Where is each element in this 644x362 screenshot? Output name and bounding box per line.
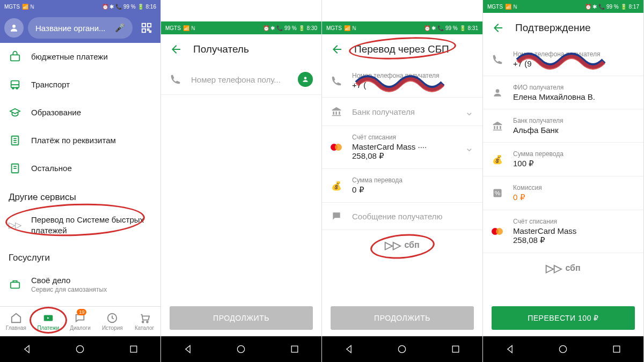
nav-payments[interactable]: Платежи [32, 307, 64, 336]
back-button[interactable] [492, 21, 504, 34]
sys-home[interactable] [236, 344, 246, 354]
sbp-mark-icon: ▷▷ [546, 262, 562, 275]
contacts-button[interactable] [298, 72, 313, 87]
sbp-logo: ▷▷ сбп [483, 253, 643, 283]
status-indicators: ⏰ ✱ 📞 99 % 🔋 [102, 4, 144, 10]
status-bar: MGTS📶 ℕ ⏰ ✱ 📞 99 % 🔋8:31 [322, 21, 482, 34]
bank-row[interactable]: Банк получателя ⌄ [322, 98, 482, 126]
menu-item-sbp-transfer[interactable]: ▷▷ Перевод по Системе быстрых платежей [0, 207, 160, 243]
app-header: Перевод через СБП [322, 34, 482, 64]
mic-icon[interactable]: 🎤 [115, 23, 125, 33]
phone-icon [331, 75, 342, 87]
svg-rect-6 [11, 55, 20, 61]
app-header: Получатель [161, 34, 321, 64]
svg-rect-24 [130, 346, 137, 352]
page-title: Получатель [193, 43, 249, 55]
sys-home[interactable] [397, 344, 407, 354]
page-title: Подтверждение [515, 22, 591, 34]
menu-scroll[interactable]: бюджетные платежи Транспорт Образование … [0, 43, 160, 306]
screen-confirmation: MGTS📶 ℕ ⏰ ✱ 📞 99 % 🔋8:17 Подтверждение Н… [483, 0, 644, 362]
system-nav [483, 336, 643, 362]
nav-catalog[interactable]: Каталог [128, 307, 160, 336]
budget-icon [9, 50, 21, 63]
status-time: 8:16 [146, 4, 156, 10]
mastercard-icon [492, 226, 503, 238]
nav-dialogs[interactable]: Диалоги19 [64, 307, 97, 336]
amount-row[interactable]: 💰 Сумма перевода 0 ₽ [322, 169, 482, 203]
phone-row[interactable]: Номер телефона получателя +7 ( [322, 64, 482, 98]
list-icon [9, 162, 21, 175]
svg-point-0 [12, 25, 16, 28]
dialogs-badge: 19 [77, 309, 86, 315]
signal-icon: 📶 ℕ [183, 25, 195, 31]
svg-point-10 [16, 87, 18, 89]
menu-item-own-business[interactable]: Своё дело Сервис для самозанятых [0, 268, 160, 301]
status-bar: MGTS📶 ℕ ⏰ ✱ 📞 99 % 🔋8:16 [0, 0, 160, 13]
qr-scan-button[interactable] [137, 18, 156, 38]
screen-sbp-transfer: MGTS📶 ℕ ⏰ ✱ 📞 99 % 🔋8:31 Перевод через С… [322, 0, 483, 362]
svg-point-23 [77, 345, 84, 352]
sys-recent[interactable] [128, 344, 139, 354]
svg-text:%: % [495, 189, 500, 196]
sys-back[interactable] [182, 344, 193, 354]
search-header: Название органи... 🎤 [0, 13, 160, 43]
name-row: ФИО получателя Елена Михайловна В. [483, 76, 643, 109]
svg-rect-27 [291, 346, 298, 352]
menu-item-other[interactable]: Остальное [0, 154, 160, 182]
menu-item-budget[interactable]: бюджетные платежи [0, 43, 160, 71]
svg-point-22 [147, 321, 148, 323]
nav-history[interactable]: История [96, 307, 128, 336]
bank-row: Банк получателя Альфа Банк [483, 109, 643, 143]
commission-row: % Комиссия 0 ₽ [483, 176, 643, 210]
sys-recent[interactable] [611, 344, 622, 354]
system-nav [322, 336, 482, 362]
continue-button[interactable]: ПРОДОЛЖИТЬ [170, 306, 313, 330]
account-row[interactable]: Счёт списания MasterCard Mass ···· 258,0… [322, 126, 482, 169]
svg-point-25 [304, 77, 307, 79]
annotation-circle [369, 232, 435, 261]
bank-icon [492, 120, 503, 132]
carrier-label: MGTS [4, 4, 20, 10]
sys-home[interactable] [558, 344, 568, 354]
app-header: Подтверждение [483, 13, 643, 43]
section-gov-title: Госуслуги [0, 243, 160, 268]
sys-back[interactable] [343, 344, 354, 354]
search-input[interactable]: Название органи... 🎤 [28, 17, 133, 39]
menu-item-requisites[interactable]: Платёж по реквизитам [0, 127, 160, 154]
svg-rect-1 [142, 24, 145, 27]
svg-point-33 [560, 345, 567, 352]
sys-recent[interactable] [450, 344, 461, 354]
bottom-nav: Главная Платежи Диалоги19 История Катало… [0, 306, 160, 336]
message-row[interactable]: Сообщение получателю [322, 203, 482, 230]
sbp-icon: ▷▷ [9, 219, 21, 232]
briefcase-icon [9, 278, 21, 291]
back-button[interactable] [331, 43, 343, 56]
sys-back[interactable] [504, 344, 515, 354]
menu-item-transport[interactable]: Транспорт [0, 71, 160, 99]
menu-item-education[interactable]: Образование [0, 99, 160, 127]
profile-avatar[interactable] [4, 18, 24, 38]
svg-rect-5 [150, 31, 151, 33]
back-button[interactable] [170, 43, 182, 56]
phone-input-row[interactable]: Номер телефона полу... [161, 64, 321, 95]
phone-icon [492, 54, 503, 65]
account-row: Счёт списания MasterCard Mass 258,08 ₽ [483, 210, 643, 253]
status-bar: MGTS📶 ℕ ⏰ ✱ 📞 99 % 🔋8:17 [483, 0, 643, 13]
sys-back[interactable] [21, 344, 32, 354]
education-icon [9, 106, 21, 119]
money-bag-icon: 💰 [492, 153, 503, 165]
nav-home[interactable]: Главная [0, 307, 32, 336]
svg-point-21 [142, 321, 144, 323]
continue-button[interactable]: ПРОДОЛЖИТЬ [331, 306, 474, 330]
section-services-title: Другие сервисы [0, 182, 160, 207]
svg-rect-2 [148, 24, 151, 27]
svg-point-9 [12, 87, 14, 89]
sys-recent[interactable] [289, 344, 300, 354]
transfer-button[interactable]: ПЕРЕВЕСТИ 100 ₽ [492, 306, 635, 330]
mastercard-icon [331, 142, 342, 153]
svg-point-28 [399, 345, 406, 352]
svg-rect-4 [148, 29, 149, 31]
svg-rect-29 [452, 346, 459, 352]
sys-home[interactable] [75, 344, 85, 354]
document-icon [9, 134, 21, 147]
